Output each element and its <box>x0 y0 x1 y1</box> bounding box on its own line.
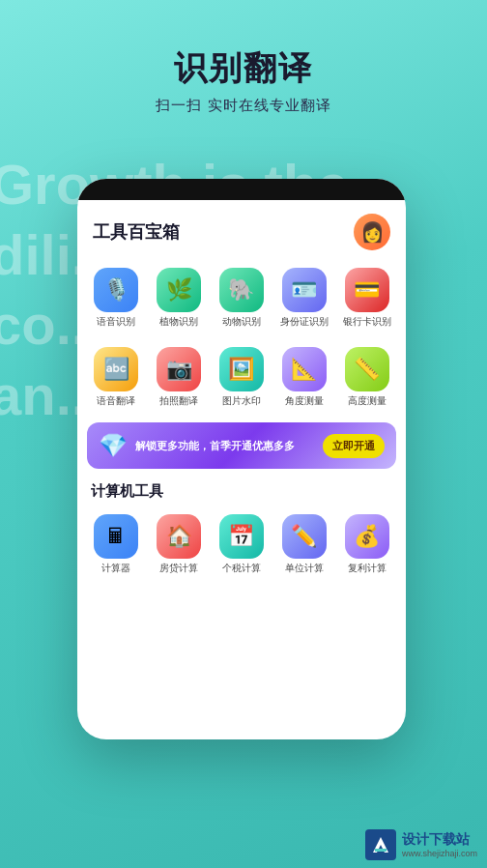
svg-rect-2 <box>375 849 387 852</box>
tool-voice-translate[interactable]: 🔤 语音翻译 <box>87 341 146 413</box>
tool-id-recognition[interactable]: 🪪 身份证识别 <box>274 262 333 333</box>
tool-label-unit: 单位计算 <box>285 563 324 574</box>
tool-icon-unit: ✏️ <box>282 514 327 559</box>
banner-open-button[interactable]: 立即开通 <box>323 434 385 458</box>
tool-image-watermark[interactable]: 🖼️ 图片水印 <box>213 341 272 413</box>
watermark-site-name: 设计下载站 <box>402 831 477 849</box>
tool-icon-angle: 📐 <box>282 347 327 391</box>
tool-label-mortgage: 房贷计算 <box>159 563 198 574</box>
tool-photo-translate[interactable]: 📷 拍照翻译 <box>150 341 209 413</box>
tool-label-bankcard: 银行卡识别 <box>343 316 391 328</box>
tool-angle-measure[interactable]: 📐 角度测量 <box>274 341 333 413</box>
watermark-url: www.shejizhaji.com <box>402 849 477 858</box>
promo-banner[interactable]: 💎 解锁更多功能，首季开通优惠多多 立即开通 <box>87 422 396 469</box>
tool-icon-height: 📏 <box>345 347 389 391</box>
watermark-text-block: 设计下载站 www.shejizhaji.com <box>402 831 477 858</box>
card-title: 工具百宝箱 <box>93 220 180 244</box>
tool-icon-photo-translate: 📷 <box>157 347 201 391</box>
tool-label-calculator: 计算器 <box>101 563 130 574</box>
watermark-logo: 设计下载站 www.shejizhaji.com <box>365 829 477 860</box>
tool-height-measure[interactable]: 📏 高度测量 <box>337 341 396 413</box>
tools-row-1: 🎙️ 语音识别 🌿 植物识别 🐘 动物识别 🪪 身份证识别 💳 银行卡识别 <box>77 258 406 337</box>
tool-voice-recognition[interactable]: 🎙️ 语音识别 <box>87 262 146 333</box>
tool-icon-voice: 🎙️ <box>94 268 138 312</box>
tool-icon-plant: 🌿 <box>157 268 201 312</box>
phone-topbar <box>77 179 406 200</box>
tool-icon-voice-translate: 🔤 <box>94 347 138 391</box>
tool-label-voice: 语音识别 <box>97 316 135 328</box>
tool-calculator[interactable]: 🖩 计算器 <box>87 508 146 580</box>
tool-plant-recognition[interactable]: 🌿 植物识别 <box>150 262 209 333</box>
tool-label-angle: 角度测量 <box>285 395 324 407</box>
tool-label-compound: 复利计算 <box>348 563 387 574</box>
page-subtitle: 扫一扫 实时在线专业翻译 <box>0 97 487 115</box>
tool-label-voice-translate: 语音翻译 <box>97 395 135 407</box>
avatar[interactable]: 👩 <box>354 214 390 250</box>
tool-icon-calculator: 🖩 <box>94 514 138 559</box>
watermark-icon <box>365 829 396 860</box>
phone-card: 工具百宝箱 👩 🎙️ 语音识别 🌿 植物识别 🐘 动物识别 🪪 身份证识别 💳 … <box>77 179 406 739</box>
tool-label-id: 身份证识别 <box>280 316 329 328</box>
tool-icon-animal: 🐘 <box>219 268 264 312</box>
tool-label-height: 高度测量 <box>348 395 387 407</box>
tool-label-watermark: 图片水印 <box>222 395 261 407</box>
tool-label-tax: 个税计算 <box>222 563 261 574</box>
tool-tax-calc[interactable]: 📅 个税计算 <box>213 508 272 580</box>
tool-icon-compound: 💰 <box>345 514 389 559</box>
tool-unit-calc[interactable]: ✏️ 单位计算 <box>274 508 333 580</box>
tools-row-2: 🔤 语音翻译 📷 拍照翻译 🖼️ 图片水印 📐 角度测量 📏 高度测量 <box>77 337 406 417</box>
tool-icon-bankcard: 💳 <box>345 268 389 312</box>
banner-gem-icon: 💎 <box>99 432 128 459</box>
tool-icon-watermark: 🖼️ <box>219 347 264 391</box>
card-header: 工具百宝箱 👩 <box>77 200 406 258</box>
tool-mortgage-calc[interactable]: 🏠 房贷计算 <box>150 508 209 580</box>
tool-label-photo-translate: 拍照翻译 <box>159 395 198 407</box>
calculator-tools: 🖩 计算器 🏠 房贷计算 📅 个税计算 ✏️ 单位计算 💰 复利计算 <box>77 505 406 584</box>
tool-icon-tax: 📅 <box>219 514 264 559</box>
tool-label-plant: 植物识别 <box>159 316 198 328</box>
page-title: 识别翻译 <box>0 46 487 91</box>
avatar-emoji: 👩 <box>360 220 385 244</box>
banner-text: 解锁更多功能，首季开通优惠多多 <box>135 439 295 453</box>
header: 识别翻译 扫一扫 实时在线专业翻译 <box>0 0 487 125</box>
calculator-section-title: 计算机工具 <box>77 475 406 505</box>
tool-label-animal: 动物识别 <box>222 316 261 328</box>
tool-bankcard-recognition[interactable]: 💳 银行卡识别 <box>337 262 396 333</box>
watermark: 设计下载站 www.shejizhaji.com <box>365 829 477 860</box>
tool-animal-recognition[interactable]: 🐘 动物识别 <box>213 262 272 333</box>
tool-icon-mortgage: 🏠 <box>157 514 201 559</box>
tool-icon-id: 🪪 <box>282 268 327 312</box>
banner-content: 💎 解锁更多功能，首季开通优惠多多 <box>99 432 295 459</box>
tool-compound-calc[interactable]: 💰 复利计算 <box>337 508 396 580</box>
